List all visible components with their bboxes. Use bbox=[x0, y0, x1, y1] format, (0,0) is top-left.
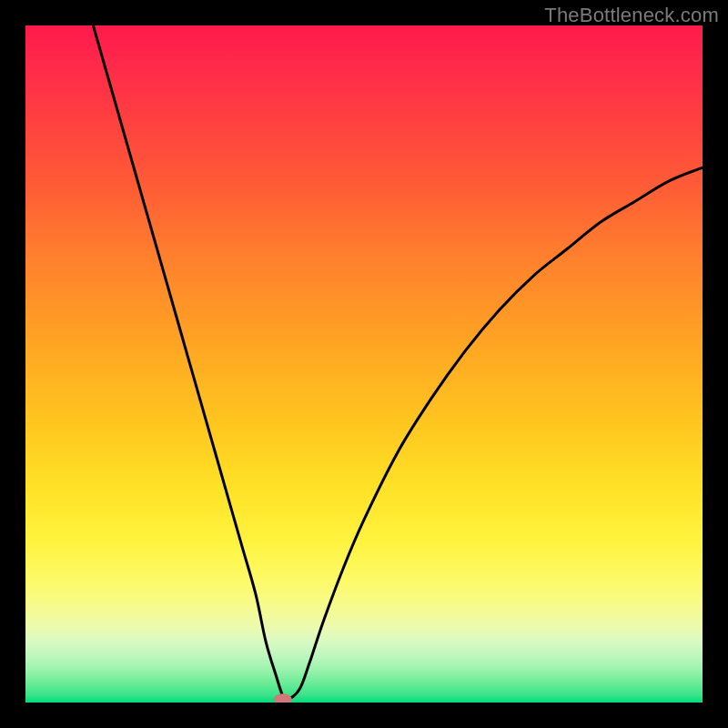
chart-plot-area bbox=[25, 25, 703, 703]
chart-curve bbox=[25, 25, 703, 703]
min-marker bbox=[274, 693, 292, 703]
chart-frame: TheBottleneck.com bbox=[0, 0, 728, 728]
bottleneck-curve bbox=[93, 25, 703, 700]
watermark-text: TheBottleneck.com bbox=[544, 4, 719, 27]
